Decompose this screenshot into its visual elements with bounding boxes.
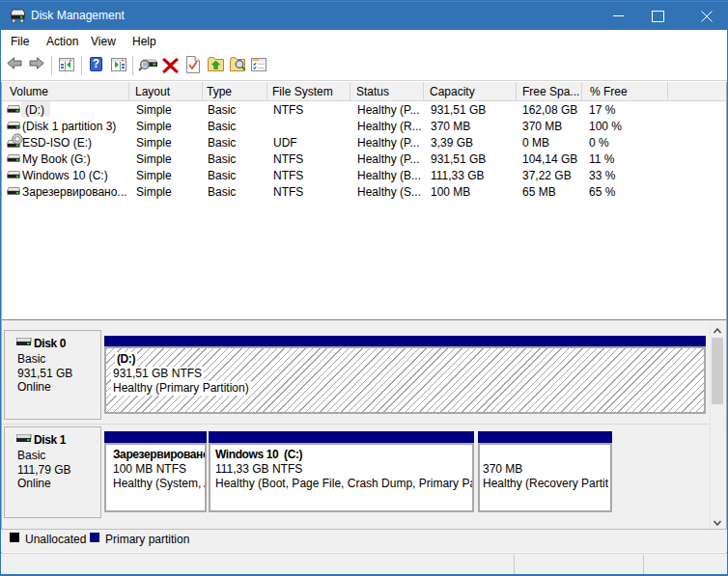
svg-text:?: ? [93, 57, 99, 70]
